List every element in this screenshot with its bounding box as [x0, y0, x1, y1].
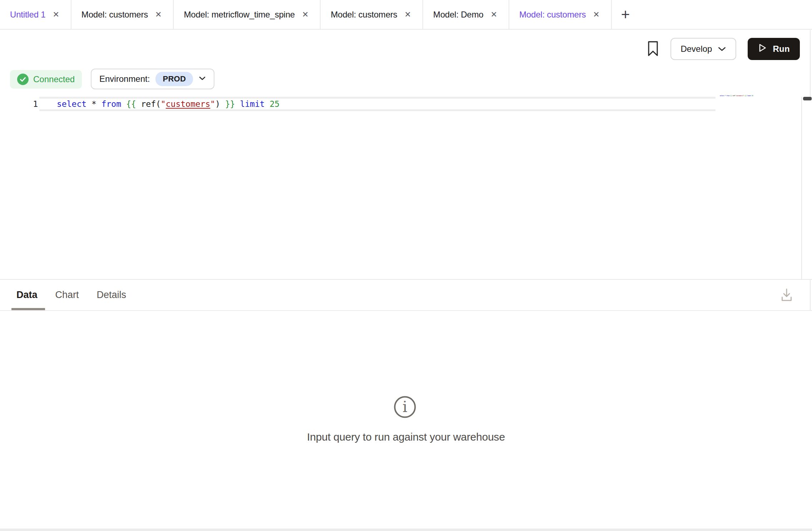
active-line-bottom-border	[39, 109, 716, 111]
code-token: *	[91, 99, 102, 109]
plus-icon: +	[621, 6, 630, 23]
play-icon	[758, 43, 767, 55]
environment-label: Environment:	[99, 74, 150, 84]
tab-label: Model: metricflow_time_spine	[184, 10, 295, 20]
tab-label: Model: customers	[519, 10, 586, 20]
editor-tab-bar: Untitled 1 ✕ Model: customers ✕ Model: m…	[0, 0, 812, 30]
code-token: from	[102, 99, 126, 109]
svg-text:i: i	[402, 398, 407, 416]
results-tab-bar: Data Chart Details	[0, 280, 812, 310]
tab-label: Untitled 1	[10, 10, 45, 20]
code-token: }}	[225, 99, 240, 109]
connection-status-label: Connected	[33, 74, 75, 84]
tab-details[interactable]: Details	[97, 289, 127, 301]
editor-scrollbar-track	[801, 97, 812, 279]
editor-minimap: select * from {{ ref("customers") }} lim…	[720, 95, 756, 101]
develop-dropdown-button[interactable]: Develop	[670, 38, 736, 60]
empty-state-message: Input query to run against your warehous…	[0, 431, 812, 443]
new-tab-button[interactable]: +	[612, 0, 639, 29]
code-token: )	[215, 99, 225, 109]
code-token: "	[161, 99, 166, 109]
close-icon[interactable]: ✕	[489, 9, 499, 20]
results-tabrow-border	[0, 310, 812, 311]
tab-chart[interactable]: Chart	[55, 289, 79, 301]
tab-untitled-1[interactable]: Untitled 1 ✕	[0, 0, 71, 29]
tab-model-customers-1[interactable]: Model: customers ✕	[71, 0, 174, 29]
code-token-ref-link[interactable]: customers	[166, 99, 211, 109]
download-icon	[779, 298, 794, 303]
check-circle-icon	[17, 74, 29, 85]
close-icon[interactable]: ✕	[51, 9, 60, 20]
bookmark-button[interactable]	[647, 40, 659, 58]
close-icon[interactable]: ✕	[301, 9, 310, 20]
run-button[interactable]: Run	[748, 38, 800, 60]
run-label: Run	[773, 44, 790, 54]
code-token: limit	[240, 99, 269, 109]
code-token: 25	[270, 99, 280, 109]
close-icon[interactable]: ✕	[591, 9, 601, 20]
code-token: {{	[126, 99, 141, 109]
line-number: 1	[21, 99, 38, 109]
code-token: "	[210, 99, 215, 109]
environment-selector[interactable]: Environment: PROD	[91, 69, 214, 89]
tab-model-customers-3[interactable]: Model: customers ✕	[509, 0, 612, 29]
chevron-down-icon	[718, 44, 726, 54]
close-icon[interactable]: ✕	[403, 9, 412, 20]
chevron-down-icon	[199, 76, 206, 82]
download-results-button[interactable]	[779, 287, 794, 303]
tab-data[interactable]: Data	[16, 289, 38, 301]
environment-value-pill: PROD	[155, 72, 193, 86]
code-token: ref(	[141, 99, 160, 109]
connection-status-badge: Connected	[10, 70, 82, 89]
tab-model-demo[interactable]: Model: Demo ✕	[423, 0, 509, 29]
code-token: select	[57, 99, 91, 109]
toolbar: Develop Run	[0, 30, 812, 68]
bookmark-icon	[647, 40, 659, 58]
tab-model-metricflow-time-spine[interactable]: Model: metricflow_time_spine ✕	[174, 0, 321, 29]
tab-label: Model: customers	[81, 10, 148, 20]
info-icon: i	[393, 395, 417, 420]
tab-model-customers-2[interactable]: Model: customers ✕	[321, 0, 423, 29]
tab-label: Model: customers	[331, 10, 397, 20]
editor-scrollbar-thumb[interactable]	[803, 97, 812, 100]
code-editor-line[interactable]: select * from {{ ref("customers") }} lim…	[57, 99, 279, 109]
bottom-status-strip	[0, 528, 812, 531]
develop-label: Develop	[680, 44, 712, 54]
close-icon[interactable]: ✕	[154, 9, 163, 20]
tab-label: Model: Demo	[433, 10, 484, 20]
